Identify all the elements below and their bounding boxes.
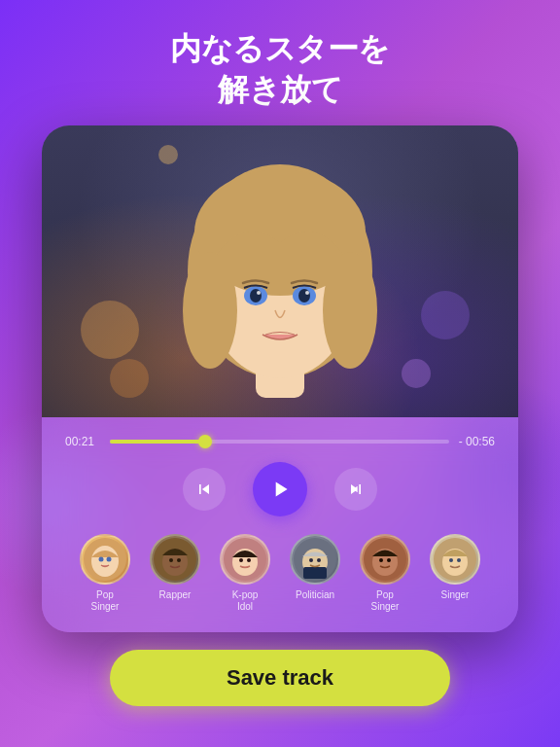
bokeh-3 [421,291,470,339]
svg-point-36 [457,558,461,562]
progress-fill [110,440,205,444]
forward-button[interactable] [334,468,377,511]
avatar-label-5: Singer [441,589,470,601]
bokeh-2 [110,359,149,398]
svg-point-35 [449,558,453,562]
avatar-circle-3 [290,534,340,585]
avatar-item-0[interactable]: Pop Singer [75,534,135,613]
avatar-label-1: Rapper [159,589,192,601]
svg-point-27 [317,558,321,562]
avatar-circle-0 [80,534,130,585]
rewind-button[interactable] [183,468,226,511]
svg-point-15 [107,557,112,562]
current-time: 00:21 [65,435,100,448]
svg-point-31 [379,558,383,562]
title-area: 内なるスターを 解き放て [170,0,390,125]
avatars-row: Pop Singer Rapper K-pop Idol Politician [65,534,495,613]
avatar-item-4[interactable]: Pop Singer [355,534,415,613]
title-line1: 内なるスターを [170,29,390,70]
svg-point-13 [91,546,119,577]
svg-point-14 [99,557,104,562]
progress-thumb[interactable] [198,435,212,448]
remaining-time: - 00:56 [459,435,495,448]
avatar-circle-1 [150,534,200,585]
svg-point-26 [309,558,313,562]
svg-point-18 [169,558,173,562]
main-card: 00:21 - 00:56 [42,125,518,632]
save-button-area: Save track [110,632,450,706]
avatar-item-3[interactable]: Politician [285,534,345,601]
svg-point-23 [247,558,251,562]
svg-point-10 [257,291,261,295]
avatar-label-2: K-pop Idol [232,589,259,613]
avatar-circle-2 [220,534,270,585]
avatar-item-1[interactable]: Rapper [145,534,205,601]
avatar-label-3: Politician [296,589,334,601]
avatar-label-0: Pop Singer [91,589,120,613]
bokeh-1 [81,301,139,359]
save-track-button[interactable]: Save track [110,650,450,706]
progress-bar-container: 00:21 - 00:56 [65,435,495,448]
svg-point-4 [183,252,237,369]
svg-point-8 [250,289,262,302]
svg-point-19 [177,558,181,562]
progress-track[interactable] [110,440,449,444]
svg-rect-28 [303,567,327,579]
avatar-circle-4 [360,534,410,585]
avatar-circle-5 [430,534,480,585]
svg-point-11 [305,291,309,295]
svg-point-5 [323,252,377,369]
singer-avatar [154,135,406,417]
singer-image [42,125,518,417]
svg-point-32 [387,558,391,562]
page-title: 内なるスターを 解き放て [170,29,390,110]
avatar-item-5[interactable]: Singer [425,534,485,601]
player-section: 00:21 - 00:56 [42,417,518,632]
title-line2: 解き放て [170,70,390,111]
play-button[interactable] [253,462,307,516]
svg-point-9 [298,289,310,302]
avatar-label-4: Pop Singer [371,589,400,613]
avatar-item-2[interactable]: K-pop Idol [215,534,275,613]
playback-controls [65,462,495,516]
svg-point-22 [239,558,243,562]
